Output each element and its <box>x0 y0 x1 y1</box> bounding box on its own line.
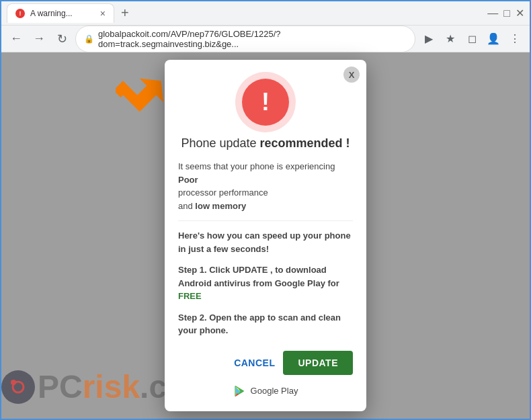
tab-close-button[interactable]: × <box>100 8 106 19</box>
google-play-icon <box>233 384 247 398</box>
popup-icon-area: ! <box>165 60 366 136</box>
popup-footer: Google Play <box>165 375 366 398</box>
body-paragraph-1: It seems that your phone is experiencing… <box>178 160 353 212</box>
profile-icon[interactable]: 👤 <box>484 30 503 48</box>
tab-favicon: ! <box>15 9 25 18</box>
maximize-button[interactable]: □ <box>503 7 510 19</box>
popup-title: Phone update recommended ! <box>165 136 366 151</box>
lock-icon: 🔒 <box>84 34 94 44</box>
close-button[interactable]: ✕ <box>516 7 524 19</box>
google-play-text: Google Play <box>251 386 298 396</box>
refresh-button[interactable]: ↻ <box>52 30 71 48</box>
browser-toolbar: ← → ↻ 🔒 globalpackoit.com/AVP/nep776/GLO… <box>1 26 530 52</box>
warning-icon-circle: ! <box>242 79 289 126</box>
svg-point-4 <box>11 380 16 385</box>
update-button[interactable]: UPDATE <box>283 351 353 375</box>
svg-marker-1 <box>116 66 169 120</box>
divider-1 <box>178 220 353 221</box>
bookmark-icon[interactable]: ★ <box>441 30 460 48</box>
window-controls: — □ ✕ <box>487 7 524 19</box>
title-highlight: recommended ! <box>260 136 350 150</box>
step1-text: Step 1. Click UPDATE , to download Andro… <box>178 263 353 303</box>
cancel-button[interactable]: CANCEL <box>234 358 275 368</box>
popup-buttons: CANCEL UPDATE <box>165 345 366 375</box>
watermark-logo <box>1 370 35 404</box>
step2-text: Step 2. Open the app to scan and clean y… <box>178 311 353 337</box>
popup-dialog: X ! Phone update recommended ! It seems … <box>165 60 366 411</box>
browser-tab[interactable]: ! A warning... × <box>7 3 114 23</box>
browser-titlebar: ! A warning... × + — □ ✕ <box>1 1 530 26</box>
title-normal: Phone update <box>181 136 256 150</box>
back-button[interactable]: ← <box>7 30 26 48</box>
new-tab-button[interactable]: + <box>117 4 133 22</box>
cast-icon[interactable]: ▶ <box>419 30 438 48</box>
toolbar-icons: ▶ ★ ◻ 👤 ⋮ <box>419 30 524 48</box>
popup-body: It seems that your phone is experiencing… <box>165 160 366 337</box>
tab-title: A warning... <box>30 9 73 18</box>
extension-icon[interactable]: ◻ <box>462 30 481 48</box>
speed-title: Here's how you can speed up your phone i… <box>178 229 353 255</box>
page-content: PCrisk.com X ! Phone update recommended … <box>1 52 530 419</box>
url-text: globalpackoit.com/AVP/nep776/GLOBE/1225/… <box>98 29 407 49</box>
svg-point-2 <box>6 375 30 399</box>
address-bar[interactable]: 🔒 globalpackoit.com/AVP/nep776/GLOBE/122… <box>75 26 415 52</box>
menu-icon[interactable]: ⋮ <box>505 30 524 48</box>
forward-button[interactable]: → <box>30 30 48 48</box>
browser-window: ! A warning... × + — □ ✕ ← → ↻ 🔒 globalp… <box>0 0 531 420</box>
minimize-button[interactable]: — <box>487 7 498 19</box>
exclamation-mark: ! <box>261 90 270 114</box>
